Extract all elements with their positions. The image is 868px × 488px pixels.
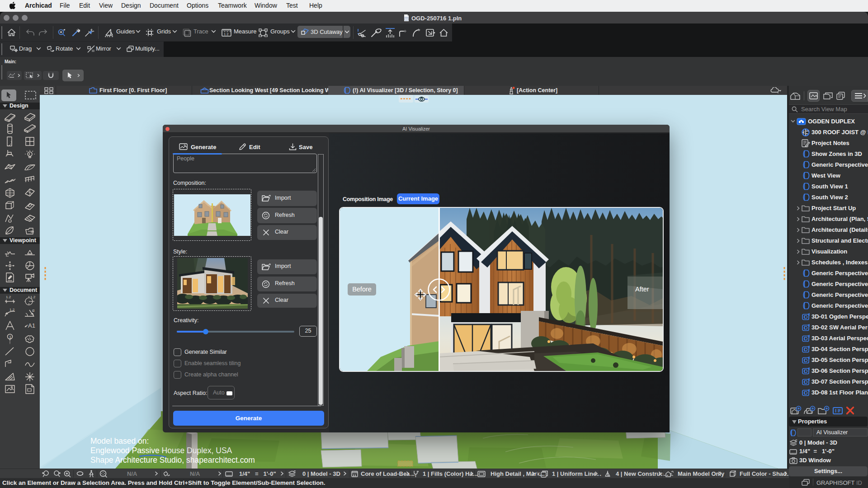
svg-text:1.2: 1.2 <box>9 308 15 312</box>
svg-text:1 2: 1 2 <box>224 32 228 36</box>
svg-text:1.2: 1.2 <box>6 295 11 299</box>
svg-text:1: 1 <box>9 335 11 339</box>
svg-text:1.2: 1.2 <box>30 295 36 299</box>
svg-text:A1: A1 <box>28 322 35 329</box>
svg-text:α: α <box>32 308 34 313</box>
